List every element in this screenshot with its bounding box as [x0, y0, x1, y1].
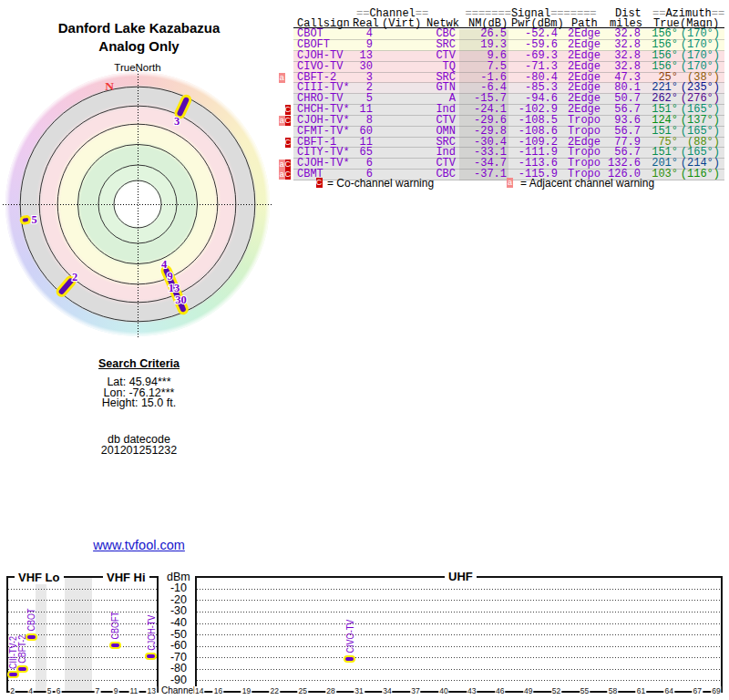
- svg-text:CBFT-2: CBFT-2: [16, 634, 27, 663]
- svg-text:2: 2: [72, 271, 77, 283]
- svg-text:3: 3: [174, 115, 180, 128]
- svg-text:5: 5: [31, 213, 36, 226]
- svg-text:TrueNorth: TrueNorth: [114, 62, 160, 73]
- svg-text:CBOT: CBOT: [26, 609, 37, 632]
- svg-text:30: 30: [175, 293, 187, 306]
- svg-text:CBOFT: CBOFT: [109, 612, 120, 640]
- svg-text:N: N: [105, 79, 114, 93]
- svg-text:9: 9: [167, 270, 172, 283]
- svg-text:4: 4: [161, 258, 168, 271]
- svg-text:CJOH-TV: CJOH-TV: [146, 614, 157, 650]
- svg-text:CIVO-TV: CIVO-TV: [344, 620, 355, 654]
